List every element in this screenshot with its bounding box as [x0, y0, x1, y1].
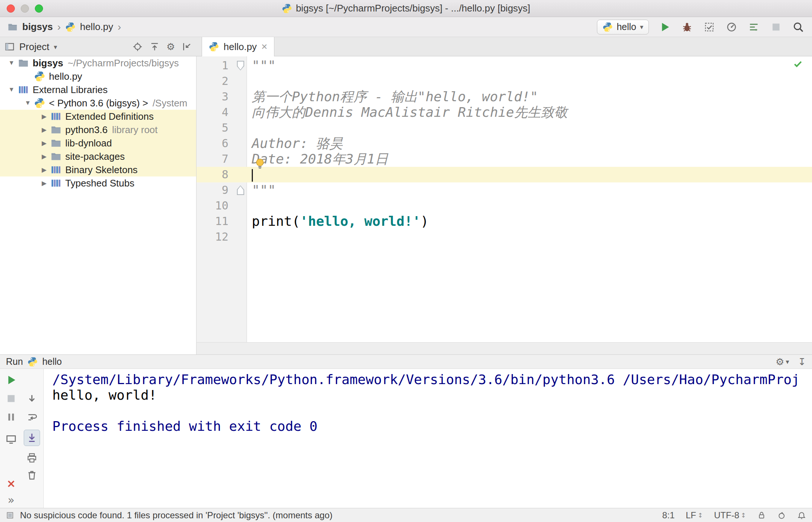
breadcrumb: bigsys › hello.py ›	[7, 21, 121, 33]
zoom-window-button[interactable]	[35, 4, 43, 13]
hide-toolwindow-icon[interactable]: ↧	[798, 356, 806, 367]
concurrency-diagram-icon[interactable]	[747, 21, 760, 33]
console-output[interactable]: /System/Library/Frameworks/Python.framew…	[44, 369, 812, 508]
code-token: print	[252, 214, 292, 229]
code-line-5[interactable]: 5	[197, 120, 812, 136]
code-line-7[interactable]: 7Date: 2018年3月1日	[197, 151, 812, 167]
encoding-widget[interactable]: UTF-8 ↕	[714, 510, 746, 521]
tree-collapsed-arrow-icon[interactable]: ▶	[38, 139, 50, 147]
tree-collapsed-arrow-icon[interactable]: ▶	[38, 153, 50, 161]
tree-collapsed-arrow-icon[interactable]: ▶	[38, 113, 50, 120]
more-actions-icon[interactable]: »	[4, 493, 18, 507]
library-icon	[50, 111, 62, 122]
tree-item-python3-6[interactable]: ▶python3.6library root	[0, 123, 196, 136]
library-icon	[18, 84, 29, 95]
gear-icon[interactable]: ⚙	[776, 356, 784, 367]
down-stack-trace-icon[interactable]	[25, 392, 39, 405]
code-line-1[interactable]: 1"""	[197, 58, 812, 73]
code-line-12[interactable]: 12	[197, 229, 812, 245]
gear-icon[interactable]: ⚙	[166, 41, 175, 52]
code-line-2[interactable]: 2	[197, 73, 812, 89]
chevron-down-icon[interactable]: ▾	[54, 43, 57, 51]
pause-output-button[interactable]	[4, 410, 18, 424]
code-line-10[interactable]: 10	[197, 198, 812, 214]
folder-icon	[50, 138, 62, 149]
code-line-4[interactable]: 4向伟大的Dennis MacAlistair Ritchie先生致敬	[197, 105, 812, 120]
fold-gutter[interactable]	[234, 58, 247, 73]
run-with-coverage-icon[interactable]	[703, 21, 716, 33]
restore-layout-icon[interactable]	[4, 433, 18, 446]
code-line-11[interactable]: 11print('hello, world!')	[197, 214, 812, 229]
tree-expanded-arrow-icon[interactable]: ▼	[5, 86, 18, 93]
tree-collapsed-arrow-icon[interactable]: ▶	[38, 126, 50, 134]
updown-arrows-icon: ↕	[698, 512, 703, 519]
tree-item-typeshed-stubs[interactable]: ▶Typeshed Stubs	[0, 176, 196, 190]
breadcrumb-file[interactable]: hello.py	[80, 21, 113, 33]
tree-item-suffix: /System	[152, 98, 187, 109]
tree-item-python-3-6-bigsys[interactable]: ▼< Python 3.6 (bigsys) >/System	[0, 96, 196, 110]
close-console-button[interactable]	[4, 477, 18, 490]
line-number: 6	[197, 136, 234, 151]
code-line-6[interactable]: 6Author: 骆昊	[197, 136, 812, 151]
stop-button[interactable]	[4, 392, 18, 405]
soft-wrap-icon[interactable]	[25, 410, 39, 424]
breadcrumb-separator-icon: ›	[118, 21, 121, 33]
close-window-button[interactable]	[7, 4, 15, 13]
code-line-8[interactable]: 8	[197, 167, 812, 182]
tree-item-extended-definitions[interactable]: ▶Extended Definitions	[0, 110, 196, 123]
intention-bulb-icon[interactable]	[254, 157, 266, 170]
tree-item-bigsys[interactable]: ▼bigsys~/PycharmProjects/bigsys	[0, 56, 196, 70]
project-panel-title[interactable]: Project	[19, 41, 49, 53]
code-line-9[interactable]: 9"""	[197, 182, 812, 198]
fold-gutter	[234, 151, 247, 167]
caret-position-widget[interactable]: 8:1	[662, 510, 674, 521]
tree-item-hello-py[interactable]: hello.py	[0, 70, 196, 83]
line-separator-widget[interactable]: LF ↕	[686, 510, 703, 521]
traffic-lights	[7, 4, 43, 13]
search-everywhere-icon[interactable]	[792, 21, 805, 33]
close-tab-icon[interactable]: ×	[261, 42, 267, 52]
scroll-to-end-button[interactable]	[24, 430, 40, 446]
minimize-window-button[interactable]	[21, 4, 29, 13]
print-icon[interactable]	[25, 451, 39, 465]
tree-item-site-packages[interactable]: ▶site-packages	[0, 150, 196, 163]
debug-bug-icon[interactable]	[681, 21, 693, 33]
code-text: 第一个Python程序 - 输出"hello, world!"	[247, 89, 538, 105]
locate-file-icon[interactable]	[132, 42, 143, 52]
editor-horizontal-scrollbar[interactable]	[197, 342, 812, 354]
run-toolwindow-title[interactable]: Run	[6, 356, 23, 367]
profiler-icon[interactable]	[725, 21, 738, 33]
clear-all-trash-icon[interactable]	[25, 468, 39, 482]
fold-handle-icon[interactable]	[237, 185, 244, 195]
tree-item-lib-dynload[interactable]: ▶lib-dynload	[0, 136, 196, 150]
lock-icon[interactable]	[757, 511, 766, 520]
breadcrumb-project[interactable]: bigsys	[22, 21, 53, 33]
run-button[interactable]	[658, 21, 671, 33]
tree-expanded-arrow-icon[interactable]: ▼	[5, 59, 18, 67]
hide-panel-icon[interactable]	[182, 42, 192, 52]
notifications-bell-icon[interactable]	[797, 511, 806, 520]
folder-icon	[7, 22, 18, 32]
collapse-all-icon[interactable]	[149, 42, 160, 52]
inspections-ok-check-icon[interactable]	[793, 59, 803, 69]
editor[interactable]: 1"""23第一个Python程序 - 输出"hello, world!"4向伟…	[197, 56, 812, 342]
editor-tab-hello-py[interactable]: hello.py ×	[202, 37, 274, 56]
fold-gutter	[234, 136, 247, 151]
hector-inspector-icon[interactable]	[777, 511, 786, 520]
tree-item-external-libraries[interactable]: ▼External Libraries	[0, 83, 196, 96]
folder-icon	[50, 124, 62, 135]
run-configuration-select[interactable]: hello ▾	[597, 20, 649, 34]
project-toolwindow-icon	[4, 42, 15, 52]
code-line-3[interactable]: 3第一个Python程序 - 输出"hello, world!"	[197, 89, 812, 105]
tree-item-binary-skeletons[interactable]: ▶Binary Skeletons	[0, 163, 196, 176]
tree-collapsed-arrow-icon[interactable]: ▶	[38, 179, 50, 187]
tree-collapsed-arrow-icon[interactable]: ▶	[38, 166, 50, 174]
stop-button[interactable]	[770, 21, 782, 33]
chevron-down-icon: ▾	[640, 23, 643, 31]
python-icon	[34, 71, 45, 82]
fold-handle-icon[interactable]	[237, 61, 244, 70]
fold-gutter[interactable]	[234, 182, 247, 198]
tree-expanded-arrow-icon[interactable]: ▼	[22, 99, 34, 107]
rerun-button[interactable]	[4, 373, 18, 387]
inspections-widget-icon[interactable]	[6, 511, 14, 519]
